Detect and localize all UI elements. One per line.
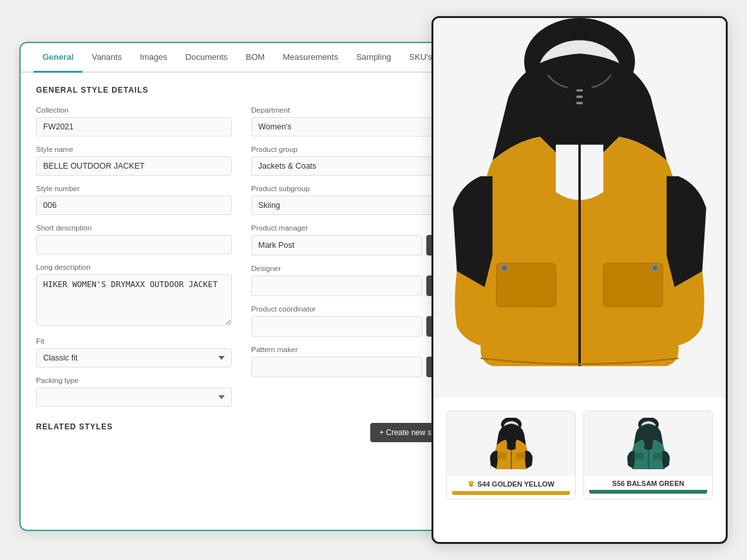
thumb-image-golden-yellow (447, 411, 575, 476)
tabs-bar: General Variants Images Documents BOM Me… (21, 43, 462, 73)
product-manager-group: Product manager ↗ (251, 224, 447, 256)
style-number-group: Style number (36, 185, 232, 215)
long-desc-group: Long description HIKER WOMEN'S DRYMAXX O… (36, 263, 232, 328)
svg-rect-5 (576, 95, 583, 98)
svg-rect-4 (576, 89, 583, 92)
product-group-group: Product group Jackets & Coats (251, 145, 447, 176)
department-group: Department Women's (251, 106, 447, 136)
product-subgroup-label: Product subgroup (251, 185, 447, 192)
thumbnail-golden-yellow[interactable]: ♛ S44 GOLDEN YELLOW (446, 411, 576, 499)
fit-group: Fit Classic fit (36, 337, 232, 368)
collection-label: Collection (36, 106, 232, 114)
form-panel: General Variants Images Documents BOM Me… (19, 42, 464, 531)
tab-measurements[interactable]: Measurements (274, 43, 347, 73)
long-desc-label: Long description (36, 263, 232, 271)
crown-icon: ♛ (468, 480, 475, 489)
product-coordinator-group: Product coördinator ↗ (251, 305, 447, 337)
thumb-name-golden-yellow: ♛ S44 GOLDEN YELLOW (452, 480, 570, 489)
department-label: Department (251, 106, 447, 114)
product-manager-label: Product manager (251, 224, 447, 232)
color-bar-balsam-green (589, 490, 707, 494)
svg-point-12 (652, 266, 657, 270)
svg-point-9 (502, 266, 507, 270)
tab-bom[interactable]: BOM (237, 43, 274, 73)
packing-type-group: Packing type (36, 377, 232, 407)
product-coordinator-label: Product coördinator (251, 305, 447, 313)
fit-select[interactable]: Classic fit (36, 348, 232, 368)
thumb-image-balsam-green (584, 411, 712, 476)
product-coordinator-input[interactable] (251, 316, 422, 337)
tab-general[interactable]: General (33, 43, 82, 73)
department-select[interactable]: Women's (251, 117, 447, 136)
product-subgroup-select[interactable]: Skiing (251, 196, 447, 215)
svg-rect-6 (576, 102, 583, 104)
style-name-label: Style name (36, 145, 232, 153)
long-desc-input[interactable]: HIKER WOMEN'S DRYMAXX OUTDOOR JACKET (36, 274, 232, 326)
related-styles-section: RELATED STYLES + Create new set (36, 422, 447, 443)
fit-label: Fit (36, 337, 232, 345)
style-name-group: Style name (36, 145, 232, 176)
short-desc-label: Short description (36, 224, 232, 232)
short-desc-input[interactable] (36, 235, 232, 254)
product-group-select[interactable]: Jackets & Coats (251, 156, 447, 176)
designer-label: Designer (251, 265, 447, 272)
tab-variants[interactable]: Variants (82, 43, 131, 73)
thumb-label-golden-yellow: ♛ S44 GOLDEN YELLOW (447, 476, 575, 499)
collection-input[interactable] (36, 117, 232, 136)
section-title: GENERAL STYLE DETAILS (36, 86, 447, 95)
image-panel: ♛ S44 GOLDEN YELLOW (431, 16, 728, 544)
pattern-maker-group: Pattern maker ↗ (251, 346, 447, 377)
collection-group: Collection (36, 106, 232, 136)
jacket-illustration (433, 18, 726, 398)
thumb-label-balsam-green: S56 BALSAM GREEN (584, 476, 712, 498)
tab-documents[interactable]: Documents (176, 43, 237, 73)
packing-type-select[interactable] (36, 387, 232, 407)
main-image-area (433, 18, 726, 398)
form-content: GENERAL STYLE DETAILS Collection Style n… (21, 73, 462, 527)
product-manager-input[interactable] (251, 235, 422, 256)
svg-rect-17 (516, 453, 525, 459)
style-name-input[interactable] (36, 156, 232, 176)
svg-rect-16 (497, 453, 506, 459)
thumbnails-area: ♛ S44 GOLDEN YELLOW (433, 398, 726, 512)
designer-input[interactable] (251, 275, 422, 296)
pattern-maker-input[interactable] (251, 357, 422, 377)
tab-sampling[interactable]: Sampling (347, 43, 400, 73)
thumbnail-balsam-green[interactable]: S56 BALSAM GREEN (583, 411, 713, 499)
related-styles-title: RELATED STYLES (36, 422, 113, 431)
product-subgroup-group: Product subgroup Skiing (251, 185, 447, 215)
svg-rect-22 (653, 453, 662, 459)
style-number-label: Style number (36, 185, 232, 192)
thumb-name-balsam-green: S56 BALSAM GREEN (589, 480, 707, 487)
packing-type-label: Packing type (36, 377, 232, 384)
pattern-maker-label: Pattern maker (251, 346, 447, 353)
product-group-label: Product group (251, 145, 447, 153)
style-number-input[interactable] (36, 196, 232, 215)
tab-images[interactable]: Images (131, 43, 176, 73)
svg-rect-21 (634, 453, 643, 459)
designer-group: Designer ↗ (251, 265, 447, 296)
color-bar-golden-yellow (452, 491, 570, 495)
short-desc-group: Short description (36, 224, 232, 254)
